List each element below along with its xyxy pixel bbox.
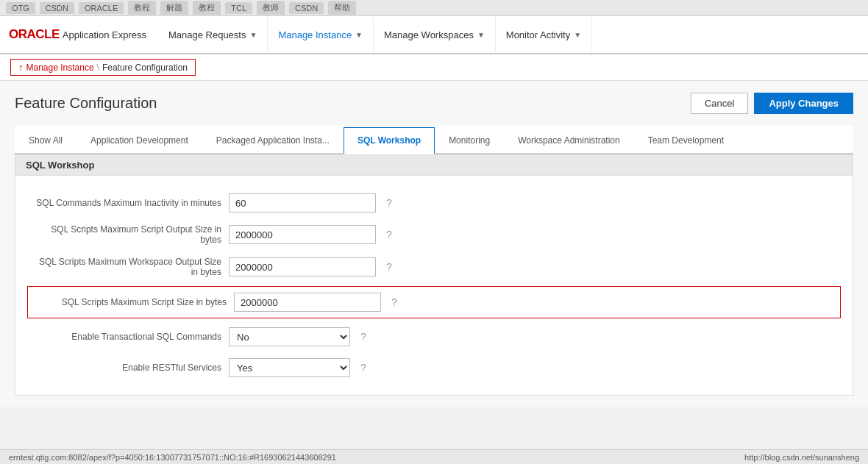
browser-tab[interactable]: 教师 <box>257 1 285 15</box>
label-script-output-size: SQL Scripts Maximum Script Output Size i… <box>30 224 221 245</box>
label-script-size: SQL Scripts Maximum Script Size in bytes <box>35 297 227 307</box>
breadcrumb-separator: \ <box>97 63 99 73</box>
browser-tab[interactable]: 教程 <box>128 1 156 15</box>
main-content: Feature Configuration Cancel Apply Chang… <box>0 81 868 407</box>
label-workspace-output-size: SQL Scripts Maximum Workspace Output Siz… <box>30 257 221 277</box>
page-title: Feature Configuration <box>15 95 157 112</box>
form-row-restful-services: Enable RESTful Services Yes No ? <box>15 352 853 383</box>
label-restful-services: Enable RESTful Services <box>30 363 221 373</box>
label-transactional-sql: Enable Transactional SQL Commands <box>30 332 221 342</box>
tab-show-all[interactable]: Show All <box>15 127 77 154</box>
select-restful-services[interactable]: Yes No <box>229 358 350 377</box>
breadcrumb-parent-link[interactable]: Manage Instance <box>26 63 94 73</box>
sql-workshop-section: SQL Workshop SQL Commands Maximum Inacti… <box>15 154 853 396</box>
label-sql-commands-inactivity: SQL Commands Maximum Inactivity in minut… <box>30 198 221 208</box>
nav-manage-instance[interactable]: Manage Instance ▼ <box>268 16 374 53</box>
help-icon-transactional[interactable]: ? <box>360 331 366 343</box>
nav-manage-workspaces[interactable]: Manage Workspaces ▼ <box>374 16 496 53</box>
tab-application-development[interactable]: Application Development <box>77 127 202 154</box>
tab-sql-workshop[interactable]: SQL Workshop <box>344 127 435 154</box>
nav-monitor-activity[interactable]: Monitor Activity ▼ <box>496 16 592 53</box>
form-row-transactional-sql: Enable Transactional SQL Commands No Yes… <box>15 321 853 352</box>
input-workspace-output-size[interactable] <box>229 257 376 276</box>
chevron-down-icon: ▼ <box>477 31 485 39</box>
section-body: SQL Commands Maximum Inactivity in minut… <box>15 176 853 395</box>
page-header: Feature Configuration Cancel Apply Chang… <box>15 93 853 114</box>
input-script-size[interactable] <box>234 293 381 312</box>
form-row-script-size-highlighted: SQL Scripts Maximum Script Size in bytes… <box>27 286 841 318</box>
select-transactional-sql[interactable]: No Yes <box>229 327 350 346</box>
browser-tab[interactable]: OTG <box>6 2 35 14</box>
nav-manage-requests[interactable]: Manage Requests ▼ <box>158 16 268 53</box>
browser-tab[interactable]: 教程 <box>193 1 221 15</box>
tab-bar: Show All Application Development Package… <box>15 126 853 154</box>
apex-header: ORACLE Application Express Manage Reques… <box>0 16 868 54</box>
apply-changes-button[interactable]: Apply Changes <box>754 93 853 114</box>
breadcrumb-current: Feature Configuration <box>102 63 188 73</box>
help-icon-script-output[interactable]: ? <box>386 229 392 240</box>
form-row-sql-commands-inactivity: SQL Commands Maximum Inactivity in minut… <box>15 188 853 218</box>
breadcrumb-bar: ↑ Manage Instance \ Feature Configuratio… <box>0 54 868 81</box>
chevron-down-icon: ▼ <box>355 31 363 39</box>
apex-logo-text: Application Express <box>63 29 146 40</box>
help-icon-sql-commands[interactable]: ? <box>386 197 392 209</box>
browser-tab[interactable]: TCL <box>225 2 252 14</box>
help-icon-script-size[interactable]: ? <box>391 296 397 308</box>
browser-tab[interactable]: CSDN <box>289 2 324 14</box>
chevron-down-icon: ▼ <box>574 31 581 39</box>
tab-monitoring[interactable]: Monitoring <box>435 127 504 154</box>
browser-tab[interactable]: 帮助 <box>328 1 356 15</box>
apex-logo: ORACLE Application Express <box>9 27 146 42</box>
browser-tab[interactable]: CSDN <box>40 2 74 14</box>
tab-team-development[interactable]: Team Development <box>634 127 738 154</box>
header-buttons: Cancel Apply Changes <box>691 93 853 114</box>
form-row-workspace-output-size: SQL Scripts Maximum Workspace Output Siz… <box>15 251 853 283</box>
tab-packaged-application[interactable]: Packaged Application Insta... <box>202 127 344 154</box>
help-icon-workspace-output[interactable]: ? <box>386 261 392 273</box>
oracle-logo-text: ORACLE <box>9 27 60 42</box>
tab-workspace-administration[interactable]: Workspace Administration <box>504 127 634 154</box>
browser-tab[interactable]: ORACLE <box>79 2 124 14</box>
browser-tab[interactable]: 解题 <box>160 1 188 15</box>
main-nav: Manage Requests ▼ Manage Instance ▼ Mana… <box>158 16 592 53</box>
cancel-button[interactable]: Cancel <box>691 93 748 114</box>
input-sql-commands-inactivity[interactable] <box>229 193 376 213</box>
input-script-output-size[interactable] <box>229 225 376 244</box>
form-row-script-output-size: SQL Scripts Maximum Script Output Size i… <box>15 218 853 251</box>
breadcrumb: ↑ Manage Instance \ Feature Configuratio… <box>10 59 196 76</box>
browser-tab-bar: OTG CSDN ORACLE 教程 解题 教程 TCL 教师 CSDN 帮助 <box>0 0 868 16</box>
section-title: SQL Workshop <box>15 155 853 176</box>
home-icon: ↑ <box>18 62 24 73</box>
chevron-down-icon: ▼ <box>249 31 257 39</box>
help-icon-restful[interactable]: ? <box>360 362 366 374</box>
